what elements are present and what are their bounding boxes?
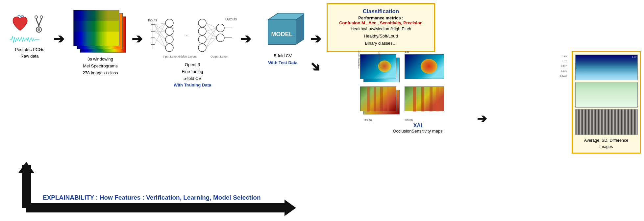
xai-label-area: XAI OcclusionSensitivity maps — [360, 123, 475, 134]
svg-rect-56 — [430, 87, 433, 111]
right-panel-bw-spec — [575, 109, 638, 135]
svg-point-2 — [40, 16, 43, 18]
svg-point-16 — [198, 27, 206, 35]
model-cube-svg: MODEL — [261, 12, 304, 51]
svg-rect-57 — [436, 87, 439, 111]
spec-label-3: 278 images / class — [83, 70, 118, 75]
svg-line-24 — [155, 23, 165, 25]
freq-label-5: 0.0292 — [560, 74, 567, 79]
svg-text:...: ... — [168, 51, 170, 55]
xai-spec-single2: Time (s) — [405, 86, 447, 116]
model-section: MODEL 5-fold CV With Test Data — [257, 12, 309, 66]
svg-text:...: ... — [184, 32, 188, 37]
medical-label-line1: Pediatric PCGs — [15, 47, 44, 52]
model-label-2: With Test Data — [268, 60, 297, 65]
right-panel-blue-spec: 1.89 Freq (kHz) — [575, 55, 638, 80]
svg-text:MODEL: MODEL — [271, 31, 293, 37]
svg-point-12 — [165, 36, 173, 43]
svg-point-20 — [216, 34, 224, 42]
classification-box: Classification Performance metrics : Con… — [327, 3, 435, 52]
main-container: Pediatric PCGs Raw data ➔ 3s windowing M… — [0, 0, 644, 221]
svg-text:Outputs: Outputs — [225, 17, 237, 21]
svg-point-1 — [37, 28, 40, 31]
svg-rect-55 — [421, 87, 424, 111]
medical-label: Pediatric PCGs Raw data — [15, 46, 44, 59]
medical-label-line2: Raw data — [21, 54, 39, 59]
model-fivefold-label: 5-fold CV With Test Data — [268, 53, 297, 66]
svg-line-26 — [155, 25, 165, 39]
class-item1: Healthy/Low/Medium/High Pitch — [333, 25, 429, 33]
stethoscope-icon — [30, 13, 48, 33]
svg-rect-50 — [367, 87, 370, 111]
class-metrics: Confusion M., Acc., Sensitivity, Precisi… — [333, 20, 429, 25]
heart-icon — [11, 15, 29, 33]
class-item3: Binary classes… — [333, 40, 429, 47]
svg-line-34 — [206, 23, 216, 38]
nn-label: OpenL3 Fine-tuning 5-fold CV With Traini… — [174, 61, 211, 89]
model-label-1: 5-fold CV — [274, 53, 292, 58]
arrow2: ➔ — [132, 31, 143, 46]
svg-text:Output Layer: Output Layer — [211, 55, 228, 58]
explainability-arrow — [0, 162, 296, 221]
nn-section: Inputs ... Outputs — [146, 7, 238, 89]
xai-spec-stack1: Frequency (kHz) Frequency (kHz) Time (s) — [360, 54, 403, 84]
nn-label-line1: OpenL3 — [185, 62, 200, 67]
svg-point-10 — [165, 19, 173, 27]
svg-point-15 — [198, 19, 206, 27]
spectrogram-label: 3s windowing Mel Spectrograms 278 images… — [83, 56, 118, 76]
spec-label-2: Mel Spectrograms — [83, 63, 117, 68]
right-panel-label: Average, SD, Difference Images — [575, 137, 637, 150]
right-panel-label-line1: Average, SD, Difference — [584, 138, 628, 143]
svg-line-28 — [155, 23, 165, 31]
spec-label-1: 3s windowing — [87, 57, 113, 61]
nn-label-line2: Fine-tuning — [182, 69, 203, 74]
arrow3: ➔ — [240, 31, 251, 46]
medical-section: Pediatric PCGs Raw data — [7, 13, 53, 59]
svg-point-11 — [165, 27, 173, 35]
xai-title: XAI — [360, 123, 475, 129]
svg-rect-53 — [387, 87, 389, 111]
class-item2: Healthy/Soft/Loud — [333, 33, 429, 40]
freq-label-2: 1.17 — [560, 59, 567, 64]
arrow5-diag: ➔ — [307, 58, 325, 76]
arrow1: ➔ — [53, 31, 64, 46]
freq-label-4: 0.371 — [560, 69, 567, 74]
xai-pair-bottom: Time (s) Time (s) — [360, 86, 475, 116]
spectrogram-stack — [73, 10, 128, 54]
svg-line-30 — [155, 31, 165, 39]
waveform-icon — [10, 35, 49, 44]
right-panel-label-line2: Images — [600, 144, 613, 149]
svg-rect-54 — [413, 87, 416, 111]
svg-marker-60 — [18, 162, 35, 173]
medical-icons-row — [11, 13, 48, 33]
svg-point-3 — [35, 16, 37, 18]
svg-point-18 — [198, 44, 206, 52]
xai-subtitle: OcclusionSensitivity maps — [360, 129, 475, 134]
xai-spec-stack2: Time (s) — [360, 86, 403, 116]
class-title: Classification — [333, 8, 429, 15]
svg-line-27 — [155, 25, 165, 48]
svg-line-33 — [206, 23, 216, 28]
spectrogram-section: 3s windowing Mel Spectrograms 278 images… — [71, 10, 130, 76]
freq-label-1: 1.89 — [560, 54, 567, 59]
spec-card-front — [73, 10, 119, 46]
right-panel-green-spec — [575, 82, 638, 108]
explainability-text: EXPLAINABILITY : How Features : Verifica… — [43, 194, 261, 201]
nn-diagram: Inputs ... Outputs — [146, 7, 238, 61]
svg-text:...: ... — [201, 51, 203, 55]
xai-spec-single1: 1.89 Time (s) — [405, 54, 447, 84]
svg-marker-61 — [285, 200, 296, 216]
svg-point-19 — [216, 24, 224, 32]
xai-section: Frequency (kHz) Frequency (kHz) Time (s)… — [360, 54, 475, 134]
svg-text:Inputs: Inputs — [148, 18, 157, 22]
svg-line-31 — [155, 38, 165, 48]
svg-point-13 — [165, 44, 173, 52]
freq-label-3: 0.647 — [560, 64, 567, 69]
right-panel: 1.89 Freq (kHz) Average, SD, Difference … — [572, 51, 641, 154]
svg-text:Hidden Layers: Hidden Layers — [178, 55, 197, 58]
freq-axis-labels: 1.89 1.17 0.647 0.371 0.0292 — [560, 54, 567, 78]
svg-text:Input Layer: Input Layer — [163, 55, 178, 58]
nn-label-line3: 5-fold CV — [184, 76, 201, 81]
nn-label-line4: With Training Data — [174, 83, 211, 87]
svg-point-17 — [198, 36, 206, 43]
